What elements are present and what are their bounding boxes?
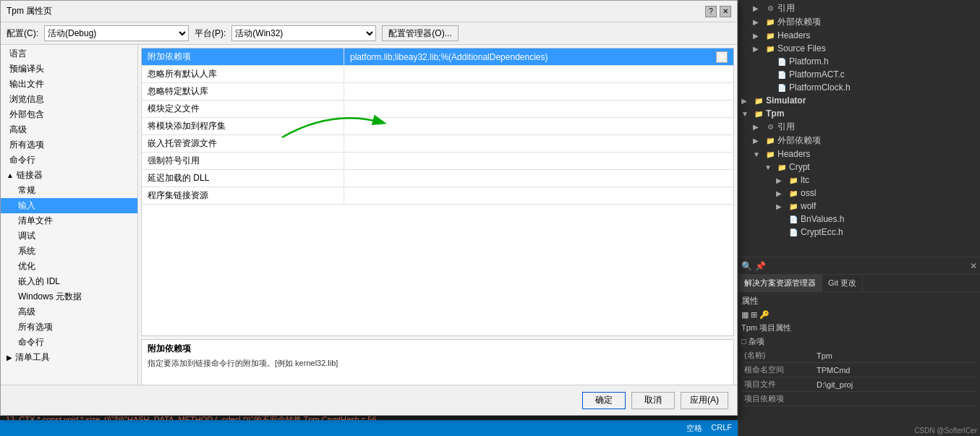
prop-value-add-module bbox=[344, 118, 733, 134]
cancel-button[interactable]: 取消 bbox=[631, 392, 675, 409]
tree-item-normal[interactable]: 常规 bbox=[1, 183, 137, 198]
vs-tree-item-simulator[interactable]: ▶ 📁 Simulator bbox=[738, 94, 980, 107]
vs-tab-git-changes[interactable]: Git 更改 bbox=[822, 275, 863, 291]
vs-tree-item-source-files[interactable]: ▶ 📁 Source Files bbox=[738, 42, 980, 55]
attribution: CSDN @SofterICer bbox=[914, 427, 977, 435]
prop-value-additional-deps: platform.lib;libeay32.lib;%(AdditionalDe… bbox=[344, 48, 733, 65]
prop-name-ignore-specific: 忽略特定默认库 bbox=[142, 83, 344, 100]
vs-tree-item-tpm-ref[interactable]: ▶ ⚙ 引用 bbox=[738, 120, 980, 134]
apply-button[interactable]: 应用(A) bbox=[681, 392, 728, 409]
vs-tree-item-ltc[interactable]: ▶ 📁 ltc bbox=[738, 174, 980, 187]
tree-item-optimize[interactable]: 优化 bbox=[1, 259, 137, 274]
props-value-name: Tpm bbox=[814, 349, 977, 363]
ref1-arrow-icon: ▶ bbox=[753, 4, 764, 12]
props-row-projdeps: 项目依赖项 bbox=[741, 392, 977, 406]
vs-tree-item-tpm-headers[interactable]: ▼ 📁 Headers bbox=[738, 148, 980, 161]
manifest-tool-label: 清单工具 bbox=[15, 351, 50, 364]
vs-tree-item-wolf[interactable]: ▶ 📁 wolf bbox=[738, 200, 980, 213]
ltc-icon: 📁 bbox=[788, 174, 799, 186]
props-value-projfile: D:\git_proj bbox=[814, 377, 977, 392]
dialog-body: 语言 预编译头 输出文件 浏览信息 外部包含 高级 所有选项 命令行 ▲ 链接器… bbox=[1, 45, 737, 400]
vs-tree-item-platformact[interactable]: 📄 PlatformACT.c bbox=[738, 68, 980, 81]
platformh-label: Platform.h bbox=[789, 56, 977, 67]
ossl-label: ossl bbox=[801, 188, 977, 198]
vs-tree-item-bnvalues[interactable]: 📄 BnValues.h bbox=[738, 213, 980, 226]
status-bar: 空格 CRLF bbox=[0, 420, 738, 436]
props-section-header: □ 杂项 bbox=[741, 336, 977, 347]
props-row-projfile: 项目文件 D:\git_proj bbox=[741, 377, 977, 392]
vs-tree-item-crypt[interactable]: ▼ 📁 Crypt bbox=[738, 161, 980, 174]
vs-tab-solution-explorer[interactable]: 解决方案资源管理器 bbox=[738, 275, 822, 291]
tree-item-debug[interactable]: 调试 bbox=[1, 228, 137, 244]
prop-row-ignore-specific[interactable]: 忽略特定默认库 bbox=[142, 83, 733, 101]
dialog-titlebar: Tpm 属性页 ? ✕ bbox=[1, 1, 737, 22]
tree-item-advanced[interactable]: 高级 bbox=[1, 122, 137, 137]
prop-row-embed-resource[interactable]: 嵌入托管资源文件 bbox=[142, 135, 733, 153]
vs-tree-item-headers1[interactable]: ▶ 📁 Headers bbox=[738, 29, 980, 42]
tree-item-winmd[interactable]: Windows 元数据 bbox=[1, 289, 137, 304]
prop-row-module-def[interactable]: 模块定义文件 bbox=[142, 101, 733, 118]
simulator-label: Simulator bbox=[766, 95, 977, 106]
prop-row-delay-dll[interactable]: 延迟加载的 DLL bbox=[142, 170, 733, 187]
help-button[interactable]: ? bbox=[705, 6, 717, 17]
tpm-headers-label: Headers bbox=[777, 149, 977, 159]
source-files-icon: 📁 bbox=[764, 43, 776, 54]
source-files-label: Source Files bbox=[777, 43, 977, 54]
config-label: 配置(C): bbox=[7, 27, 38, 40]
tree-item-cmdline2[interactable]: 命令行 bbox=[1, 335, 137, 350]
vs-tree-item-ossl[interactable]: ▶ 📁 ossl bbox=[738, 187, 980, 200]
tpm-icon: 📁 bbox=[753, 108, 764, 119]
platform-select[interactable]: 活动(Win32) bbox=[231, 25, 376, 41]
platformact-icon: 📄 bbox=[776, 69, 788, 80]
ossl-arrow-icon: ▶ bbox=[776, 189, 788, 197]
vs-close-panel-icon[interactable]: ✕ bbox=[970, 261, 977, 271]
tree-item-language[interactable]: 语言 bbox=[1, 46, 137, 61]
vs-tree-item-ref1[interactable]: ▶ ⚙ 引用 bbox=[738, 1, 980, 15]
prop-row-assembly-link[interactable]: 程序集链接资源 bbox=[142, 187, 733, 205]
tree-item-external[interactable]: 外部包含 bbox=[1, 107, 137, 122]
simulator-arrow-icon: ▶ bbox=[741, 97, 753, 105]
vs-tree-item-platformh[interactable]: 📄 Platform.h bbox=[738, 55, 980, 68]
close-button[interactable]: ✕ bbox=[720, 6, 731, 17]
ok-button[interactable]: 确定 bbox=[582, 392, 626, 409]
prop-row-force-symbol[interactable]: 强制符号引用 bbox=[142, 153, 733, 170]
tpm-ext-label: 外部依赖项 bbox=[777, 134, 977, 147]
tpm-ref-label: 引用 bbox=[777, 121, 977, 133]
crypt-icon: 📁 bbox=[776, 161, 788, 173]
prop-dropdown-btn[interactable]: ▼ bbox=[716, 51, 728, 63]
vs-tree-item-tpm-ext[interactable]: ▶ 📁 外部依赖项 bbox=[738, 134, 980, 148]
tree-item-advanced2[interactable]: 高级 bbox=[1, 304, 137, 320]
tree-item-manifest[interactable]: 清单文件 bbox=[1, 213, 137, 228]
ref1-icon: ⚙ bbox=[764, 3, 776, 14]
config-select[interactable]: 活动(Debug) bbox=[44, 25, 189, 41]
vs-search-icon[interactable]: 🔍 bbox=[741, 261, 752, 271]
bnvalues-icon: 📄 bbox=[788, 213, 799, 225]
prop-row-additional-deps[interactable]: 附加依赖项 platform.lib;libeay32.lib;%(Additi… bbox=[142, 48, 733, 66]
vs-tree-item-platformclock[interactable]: 📄 PlatformClock.h bbox=[738, 81, 980, 94]
tree-item-output[interactable]: 输出文件 bbox=[1, 77, 137, 92]
vs-tree-item-ext-deps1[interactable]: ▶ 📁 外部依赖项 bbox=[738, 15, 980, 29]
tree-item-input[interactable]: 输入 bbox=[1, 198, 137, 213]
vs-tree-item-cryptecc[interactable]: 📄 CryptEcc.h bbox=[738, 226, 980, 239]
dialog-toolbar: 配置(C): 活动(Debug) 平台(P): 活动(Win32) 配置管理器(… bbox=[1, 22, 737, 45]
tree-item-browse[interactable]: 浏览信息 bbox=[1, 92, 137, 107]
prop-row-ignore-all[interactable]: 忽略所有默认人库 bbox=[142, 66, 733, 83]
tpm-ref-icon: ⚙ bbox=[764, 121, 776, 133]
tree-manifest-tool-header[interactable]: ▶ 清单工具 bbox=[1, 350, 137, 365]
tree-item-system[interactable]: 系统 bbox=[1, 244, 137, 259]
prop-row-add-module[interactable]: 将模块添加到程序集 bbox=[142, 118, 733, 135]
tree-item-precompiled[interactable]: 预编译头 bbox=[1, 61, 137, 77]
prop-value-ignore-specific bbox=[344, 83, 733, 100]
config-manager-button[interactable]: 配置管理器(O)... bbox=[382, 25, 458, 41]
tree-item-all-options2[interactable]: 所有选项 bbox=[1, 320, 137, 335]
tree-item-idl[interactable]: 嵌入的 IDL bbox=[1, 274, 137, 289]
wolf-label: wolf bbox=[801, 201, 977, 211]
tree-item-all-options[interactable]: 所有选项 bbox=[1, 137, 137, 153]
tree-item-cmdline[interactable]: 命令行 bbox=[1, 153, 137, 168]
props-title: 属性 bbox=[741, 295, 759, 307]
props-icons: ▦ ⊞ 🔑 bbox=[741, 310, 770, 319]
properties-panel: 属性 ▦ ⊞ 🔑 Tpm 项目属性 □ 杂项 (名称) Tpm 根命名空间 TP… bbox=[738, 291, 980, 436]
vs-tree-item-tpm[interactable]: ▼ 📁 Tpm bbox=[738, 107, 980, 120]
props-key-projfile: 项目文件 bbox=[741, 377, 814, 392]
tree-linker-header[interactable]: ▲ 链接器 bbox=[1, 168, 137, 183]
